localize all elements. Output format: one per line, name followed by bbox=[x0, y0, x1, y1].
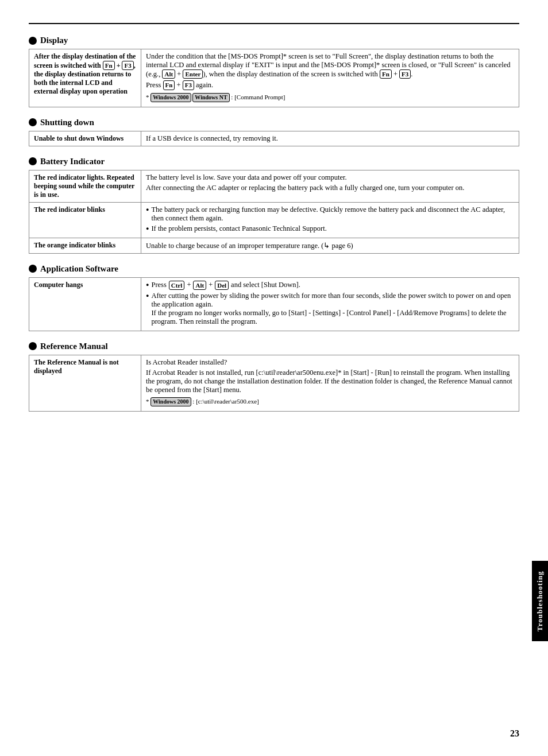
fn-key: Fn bbox=[103, 61, 115, 70]
winnt-badge: Windows NT bbox=[192, 93, 229, 102]
shutting-down-bullet bbox=[29, 118, 37, 126]
display-title: Display bbox=[29, 36, 519, 45]
shutting-down-title-text: Shutting down bbox=[40, 118, 94, 127]
app-bullet-1: Press Ctrl + Alt + Del and select [Shut … bbox=[146, 281, 514, 290]
battery-title-text: Battery Indicator bbox=[40, 157, 105, 166]
shutting-down-title: Shutting down bbox=[29, 118, 519, 127]
f3-key3: F3 bbox=[183, 80, 194, 90]
reference-manual-right: Is Acrobat Reader installed? If Acrobat … bbox=[141, 355, 519, 411]
battery-right-1: The battery level is low. Save your data… bbox=[141, 170, 519, 202]
battery-bullet-1: The battery pack or recharging function … bbox=[146, 206, 514, 223]
app-software-section: Application Software Computer hangs Pres… bbox=[29, 264, 519, 331]
display-left: After the display destination of the scr… bbox=[29, 49, 141, 107]
shutting-down-left: Unable to shut down Windows bbox=[29, 131, 141, 146]
app-software-title-text: Application Software bbox=[40, 264, 118, 274]
ctrl-key: Ctrl bbox=[169, 281, 185, 290]
alt-key2: Alt bbox=[193, 281, 206, 290]
fn-key2: Fn bbox=[380, 69, 392, 79]
app-software-right: Press Ctrl + Alt + Del and select [Shut … bbox=[141, 277, 519, 331]
battery-row-1: The red indicator lights. Repeated beepi… bbox=[29, 170, 519, 202]
app-bullet-2: After cutting the power by sliding the p… bbox=[146, 292, 514, 326]
reference-manual-left: The Reference Manual is not displayed bbox=[29, 355, 141, 411]
win2000-badge: Windows 2000 bbox=[150, 93, 191, 102]
display-table: After the display destination of the scr… bbox=[29, 49, 519, 107]
shutting-down-row: Unable to shut down Windows If a USB dev… bbox=[29, 131, 519, 146]
top-border bbox=[29, 23, 519, 24]
reference-manual-title: Reference Manual bbox=[29, 342, 519, 351]
battery-title: Battery Indicator bbox=[29, 157, 519, 166]
f3-key: F3 bbox=[122, 61, 133, 70]
battery-right-2: The battery pack or recharging function … bbox=[141, 202, 519, 238]
shutting-down-right: If a USB device is connected, try removi… bbox=[141, 131, 519, 146]
battery-right-3: Unable to charge because of an improper … bbox=[141, 238, 519, 253]
battery-row-2: The red indicator blinks The battery pac… bbox=[29, 202, 519, 238]
del-key: Del bbox=[215, 281, 229, 290]
f3-key2: F3 bbox=[399, 69, 411, 79]
battery-left-3: The orange indicator blinks bbox=[29, 238, 141, 253]
display-section: Display After the display destination of… bbox=[29, 36, 519, 107]
win2000-badge2: Windows 2000 bbox=[150, 397, 191, 406]
app-software-left: Computer hangs bbox=[29, 277, 141, 331]
app-software-table: Computer hangs Press Ctrl + Alt + Del an… bbox=[29, 277, 519, 331]
app-software-title: Application Software bbox=[29, 264, 519, 274]
fn-key3: Fn bbox=[163, 80, 175, 90]
display-row: After the display destination of the scr… bbox=[29, 49, 519, 107]
reference-manual-title-text: Reference Manual bbox=[40, 342, 108, 351]
battery-bullet bbox=[29, 157, 37, 165]
ref-line-2: If Acrobat Reader is not installed, run … bbox=[146, 369, 514, 394]
enter-key: Enter bbox=[183, 69, 203, 79]
reference-manual-table: The Reference Manual is not displayed Is… bbox=[29, 355, 519, 412]
app-software-row: Computer hangs Press Ctrl + Alt + Del an… bbox=[29, 277, 519, 331]
battery-bullet-2: If the problem persists, contact Panason… bbox=[146, 224, 514, 233]
battery-table: The red indicator lights. Repeated beepi… bbox=[29, 170, 519, 254]
battery-left-2: The red indicator blinks bbox=[29, 202, 141, 238]
alt-key: Alt bbox=[162, 69, 175, 79]
shutting-down-table: Unable to shut down Windows If a USB dev… bbox=[29, 131, 519, 146]
app-bullet-2-text: After cutting the power by sliding the p… bbox=[151, 292, 514, 326]
battery-section: Battery Indicator The red indicator ligh… bbox=[29, 157, 519, 254]
shutting-down-section: Shutting down Unable to shut down Window… bbox=[29, 118, 519, 146]
display-title-text: Display bbox=[40, 36, 68, 45]
reference-manual-bullet bbox=[29, 342, 37, 350]
ref-line-1: Is Acrobat Reader installed? bbox=[146, 358, 514, 367]
reference-manual-row: The Reference Manual is not displayed Is… bbox=[29, 355, 519, 411]
sidebar-troubleshooting: Troubleshooting bbox=[532, 561, 548, 641]
page-number: 23 bbox=[510, 728, 519, 739]
display-right: Under the condition that the [MS-DOS Pro… bbox=[141, 49, 519, 107]
app-software-bullet bbox=[29, 265, 37, 273]
battery-row-3: The orange indicator blinks Unable to ch… bbox=[29, 238, 519, 253]
display-bullet bbox=[29, 37, 37, 45]
ref-line-3: * Windows 2000 : [c:\util\reader\ar500.e… bbox=[146, 397, 514, 406]
battery-left-1: The red indicator lights. Repeated beepi… bbox=[29, 170, 141, 202]
reference-manual-section: Reference Manual The Reference Manual is… bbox=[29, 342, 519, 412]
